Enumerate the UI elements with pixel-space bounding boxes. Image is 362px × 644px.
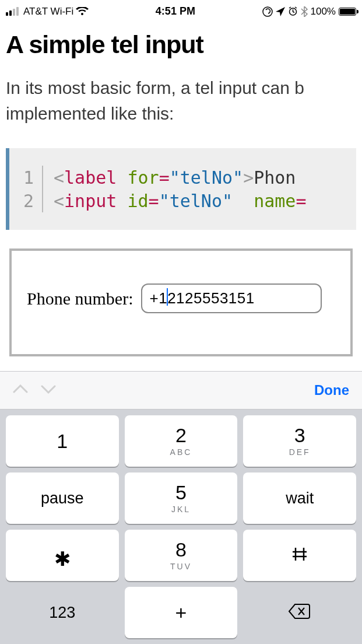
- keyboard-accessory-bar: Done: [0, 371, 362, 410]
- line-number: 1: [14, 167, 42, 188]
- bluetooth-icon: [301, 6, 308, 17]
- chevron-down-icon: [41, 384, 56, 394]
- battery-icon: [339, 8, 356, 16]
- demo-box: Phone number:: [9, 249, 353, 356]
- status-right: 100%: [262, 6, 356, 18]
- key-8[interactable]: 8TUV: [125, 530, 238, 581]
- key-mode-123[interactable]: 123: [6, 587, 119, 638]
- key-star[interactable]: ✱: [6, 530, 119, 581]
- code-block: 1 <label for="telNo">Phon 2 <input id="t…: [6, 148, 356, 230]
- wifi-icon: [76, 7, 89, 16]
- key-plus[interactable]: +: [125, 587, 238, 638]
- status-left: AT&T Wi-Fi: [6, 6, 89, 18]
- phone-number-label: Phone number:: [27, 289, 133, 309]
- alarm-icon: [288, 6, 298, 16]
- time-label: 4:51 PM: [156, 5, 195, 18]
- key-wait[interactable]: wait: [243, 473, 356, 524]
- intro-paragraph: In its most basic form, a tel input can …: [6, 75, 356, 126]
- next-field-button[interactable]: [41, 384, 56, 397]
- status-bar: AT&T Wi-Fi 4:51 PM 100%: [0, 0, 362, 20]
- key-hash[interactable]: [243, 530, 356, 581]
- keyboard: Done 1 2ABC 3DEF pause 5JKL wait ✱ 8TUV …: [0, 371, 362, 644]
- backspace-icon: [288, 603, 311, 622]
- keypad: 1 2ABC 3DEF pause 5JKL wait ✱ 8TUV 123 +: [0, 410, 362, 644]
- line-number: 2: [14, 191, 42, 211]
- battery-percent: 100%: [311, 6, 336, 18]
- carrier-label: AT&T Wi-Fi: [23, 6, 73, 18]
- key-pause[interactable]: pause: [6, 473, 119, 524]
- prev-field-button[interactable]: [13, 384, 28, 397]
- article-content: A simple tel input In its most basic for…: [0, 20, 362, 356]
- key-5[interactable]: 5JKL: [125, 473, 238, 524]
- code-line-1: 1 <label for="telNo">Phon: [14, 166, 356, 189]
- intro-line-2: implemented like this:: [6, 101, 356, 127]
- done-button[interactable]: Done: [314, 382, 349, 398]
- signal-icon: [6, 7, 19, 16]
- location-icon: [276, 7, 285, 16]
- text-caret: [167, 288, 168, 306]
- phone-number-input[interactable]: [141, 284, 322, 313]
- chevron-up-icon: [13, 384, 28, 394]
- page-title: A simple tel input: [6, 30, 356, 59]
- intro-line-1: In its most basic form, a tel input can …: [6, 78, 304, 97]
- hash-icon: [291, 545, 308, 566]
- key-delete[interactable]: [243, 587, 356, 638]
- key-2[interactable]: 2ABC: [125, 415, 238, 467]
- code-line-2: 2 <input id="telNo" name=: [14, 189, 356, 212]
- star-icon: ✱: [54, 549, 71, 569]
- key-3[interactable]: 3DEF: [243, 415, 356, 467]
- key-1[interactable]: 1: [6, 415, 119, 467]
- rotation-lock-icon: [262, 6, 273, 17]
